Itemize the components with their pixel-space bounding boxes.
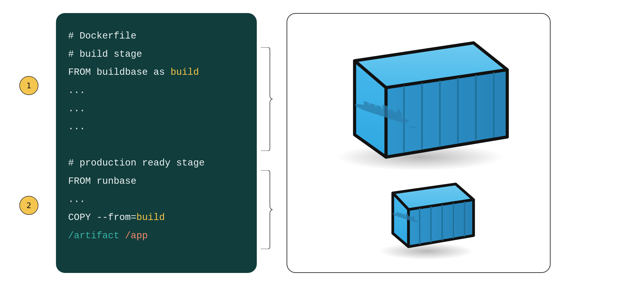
code-line-11a: COPY --from= — [68, 212, 136, 223]
step-badge-1-label: 1 — [26, 81, 31, 90]
code-line-12a: /artifact — [68, 230, 119, 241]
svg-point-10 — [379, 243, 474, 260]
code-line-3a: FROM buildbase as — [68, 67, 170, 78]
step-badge-1: 1 — [20, 76, 38, 95]
containers-illustration — [287, 14, 550, 272]
code-line-9: FROM runbase — [68, 176, 136, 187]
code-line-10: ... — [68, 194, 85, 205]
code-line-2: # build stage — [68, 49, 142, 60]
diagram-stage: 1 2 # Dockerfile # build stage FROM buil… — [0, 0, 644, 286]
illustration-card — [286, 13, 550, 273]
brace-stage-1 — [260, 47, 273, 151]
code-line-4: ... — [68, 85, 85, 96]
code-line-5: ... — [68, 103, 85, 114]
container-large-icon — [354, 43, 507, 157]
code-line-6: ... — [68, 121, 85, 132]
dockerfile-code-block: # Dockerfile # build stage FROM buildbas… — [56, 13, 257, 273]
code-line-11b: build — [136, 212, 165, 223]
code-line-1: # Dockerfile — [68, 31, 136, 41]
code-line-8: # production ready stage — [68, 158, 205, 168]
code-line-12c: /app — [125, 230, 148, 241]
svg-marker-13 — [408, 200, 474, 247]
code-line-12b — [119, 230, 125, 241]
step-badge-2-label: 2 — [26, 201, 31, 210]
step-badge-2: 2 — [20, 196, 38, 215]
container-small-icon — [392, 184, 474, 247]
brace-stage-2 — [260, 170, 273, 249]
code-line-3b: build — [170, 67, 199, 78]
